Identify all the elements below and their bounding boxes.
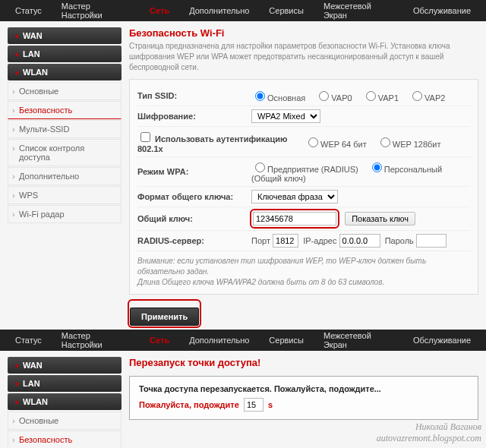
settings-form: Тип SSID: Основная VAP0 VAP1 VAP2 Шифров… bbox=[129, 79, 478, 295]
nav-item-2[interactable]: Сеть bbox=[140, 331, 178, 349]
row-shared-key: Общий ключ: Показать ключ bbox=[137, 207, 470, 231]
row-ssid-type: Тип SSID: Основная VAP0 VAP1 VAP2 bbox=[137, 86, 470, 106]
row-encryption: Шифрование: WPA2 Mixed bbox=[137, 106, 470, 127]
nav-item-4[interactable]: Сервисы bbox=[260, 331, 313, 349]
page-description: Страница предназначена для настройки пар… bbox=[129, 41, 478, 73]
wep128-radio[interactable]: WEP 128бит bbox=[377, 140, 441, 149]
radius-ip-input[interactable] bbox=[339, 234, 380, 248]
nav-item-5[interactable]: Межсетевой Экран bbox=[314, 327, 402, 354]
encryption-select[interactable]: WPA2 Mixed bbox=[251, 109, 320, 123]
restart-title: Перезапуск точки доступа! bbox=[129, 357, 478, 368]
sidebar-cat-wan[interactable]: WAN bbox=[8, 357, 122, 374]
sidebar: WANLANWLANОсновныеБезопасностьМульти-SSI… bbox=[8, 27, 122, 327]
sidebar-sub-4[interactable]: Дополнительно bbox=[8, 167, 122, 185]
nav-item-0[interactable]: Статус bbox=[6, 331, 51, 349]
row-radius: RADIUS-сервер: Порт IP-адрес Пароль bbox=[137, 231, 470, 251]
sidebar-2: WANLANWLANОсновныеБезопасностьМульти-SSI… bbox=[8, 357, 122, 448]
sidebar-cat-wan[interactable]: WAN bbox=[8, 27, 122, 44]
apply-button[interactable]: Применить bbox=[130, 308, 199, 326]
main-panel-2: Перезапуск точки доступа! Точка доступа … bbox=[129, 357, 478, 448]
restart-line1: Точка доступа перезапускается. Пожалуйст… bbox=[139, 384, 469, 393]
sidebar-cat-lan[interactable]: LAN bbox=[8, 375, 122, 392]
nav-item-3[interactable]: Дополнительно bbox=[180, 331, 258, 349]
sidebar-sub-3[interactable]: Список контроля доступа bbox=[8, 139, 122, 166]
row-8021x: Использовать аутентификацию 802.1x WEP 6… bbox=[137, 127, 470, 157]
sidebar-sub-5[interactable]: WPS bbox=[8, 186, 122, 204]
restart-message: Точка доступа перезапускается. Пожалуйст… bbox=[129, 376, 478, 420]
wep64-radio[interactable]: WEP 64 бит bbox=[305, 140, 367, 149]
nav-item-0[interactable]: Статус bbox=[6, 2, 51, 20]
sidebar-sub-1[interactable]: Безопасность bbox=[8, 431, 122, 448]
row-wpa-mode: Режим WPA: Предприятие (RADIUS) Персонал… bbox=[137, 157, 470, 187]
ssid-opt-vap1[interactable]: VAP1 bbox=[362, 93, 399, 103]
restart-line2: Пожалуйста, подождите s bbox=[139, 398, 469, 412]
countdown-input bbox=[244, 398, 264, 412]
shared-key-input[interactable] bbox=[253, 212, 336, 226]
nav-item-4[interactable]: Сервисы bbox=[260, 2, 313, 20]
top-nav-2: СтатусМастер НастройкиСетьДополнительноС… bbox=[0, 330, 486, 351]
page-title: Безопасность Wi-Fi bbox=[129, 27, 478, 39]
ssid-opt-vap0[interactable]: VAP0 bbox=[315, 93, 352, 103]
nav-item-1[interactable]: Мастер Настройки bbox=[52, 0, 139, 24]
sidebar-cat-wlan[interactable]: WLAN bbox=[8, 393, 122, 410]
sidebar-cat-wlan[interactable]: WLAN bbox=[8, 64, 122, 80]
radius-pass-input[interactable] bbox=[416, 234, 447, 248]
sidebar-sub-0[interactable]: Основные bbox=[8, 412, 122, 430]
main-panel: Безопасность Wi-Fi Страница предназначен… bbox=[129, 27, 478, 327]
ssid-type-options: Основная VAP0 VAP1 VAP2 bbox=[251, 89, 470, 103]
row-key-format: Формат общего ключа: Ключевая фраза bbox=[137, 187, 470, 207]
top-nav: СтатусМастер НастройкиСетьДополнительноС… bbox=[0, 0, 486, 21]
nav-item-6[interactable]: Обслуживание bbox=[404, 2, 480, 20]
key-format-select[interactable]: Ключевая фраза bbox=[251, 190, 338, 203]
wpa-enterprise-radio[interactable]: Предприятие (RADIUS) bbox=[251, 165, 358, 174]
nav-item-1[interactable]: Мастер Настройки bbox=[52, 327, 139, 354]
nav-item-5[interactable]: Межсетевой Экран bbox=[314, 0, 402, 24]
sidebar-sub-6[interactable]: Wi-Fi радар bbox=[8, 205, 122, 223]
nav-item-6[interactable]: Обслуживание bbox=[404, 331, 480, 349]
nav-item-2[interactable]: Сеть bbox=[140, 2, 178, 20]
sidebar-cat-lan[interactable]: LAN bbox=[8, 46, 122, 62]
sidebar-sub-0[interactable]: Основные bbox=[8, 82, 122, 100]
sidebar-sub-2[interactable]: Мульти-SSID bbox=[8, 120, 122, 138]
radius-port-input[interactable] bbox=[273, 234, 298, 248]
ssid-opt-vap2[interactable]: VAP2 bbox=[409, 93, 445, 103]
sidebar-sub-1[interactable]: Безопасность bbox=[8, 101, 122, 119]
form-note: Внимание: если установлен тип шифрования… bbox=[137, 256, 470, 288]
ssid-opt-main[interactable]: Основная bbox=[251, 93, 305, 103]
nav-item-3[interactable]: Дополнительно bbox=[180, 2, 258, 20]
auth-8021x-checkbox[interactable]: Использовать аутентификацию 802.1x bbox=[137, 134, 287, 153]
show-key-button[interactable]: Показать ключ bbox=[345, 212, 415, 226]
